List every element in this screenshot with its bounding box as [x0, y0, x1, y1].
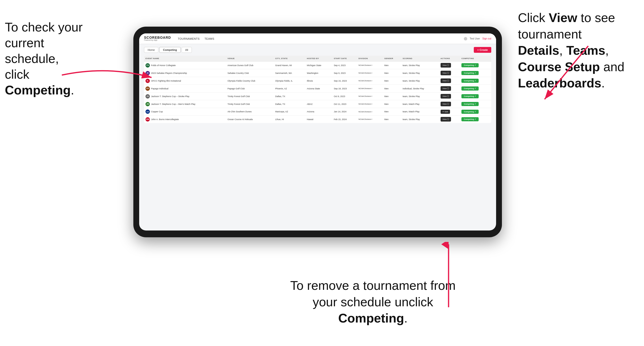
cell-scoring: team, Match Play [401, 108, 439, 116]
cell-start_date: Oct 9, 2023 [332, 93, 357, 100]
event-name-cell: W 2023 Sahalee Players Championship [144, 69, 226, 77]
cell-start_date: Jan 14, 2024 [332, 108, 357, 116]
cell-division: NCAA Division I [357, 85, 383, 93]
table-row: HW John A. Burns Intercollegiate Ocean C… [144, 116, 491, 123]
create-button[interactable]: + Create [474, 47, 491, 53]
competing-button[interactable]: Competing ✓ [462, 94, 479, 98]
actions-cell: View ⓘ [439, 61, 460, 69]
cell-gender: Men [383, 85, 401, 93]
view-button[interactable]: View ⓘ [440, 86, 451, 91]
actions-cell: View ⓘ [439, 69, 460, 77]
cell-venue: Sahalee Country Club [226, 69, 274, 77]
view-button[interactable]: View ⓘ [440, 94, 451, 99]
cell-scoring: team, Stroke Play [401, 93, 439, 100]
competing-cell: Competing ✓ [460, 93, 491, 100]
annotation-top-left: To check your current schedule, click Co… [5, 19, 97, 98]
competing-cell: Competing ✓ [460, 100, 491, 108]
competing-button[interactable]: Competing ✓ [462, 110, 479, 114]
actions-cell: View ⓘ [439, 100, 460, 108]
competing-button[interactable]: Competing ✓ [462, 71, 479, 75]
cell-hosted_by: Arizona [306, 108, 332, 116]
ann-tr-coursesetup: Course Setup [518, 60, 600, 74]
table-row: FS Folds of Honor Collegiate American Du… [144, 61, 491, 69]
view-button[interactable]: View ⓘ [440, 102, 451, 106]
user-icon [464, 37, 467, 40]
competing-button[interactable]: Competing ✓ [462, 79, 479, 83]
event-name-cell: IL OFCC Fighting Illini Invitational [144, 77, 226, 85]
cell-venue: Ocean Course At Hokuala [226, 116, 274, 123]
tab-all[interactable]: All [182, 47, 192, 53]
cell-hosted_by: ABAC [306, 100, 332, 108]
sign-out-link[interactable]: Sign out [482, 37, 491, 40]
nav-tournaments[interactable]: TOURNAMENTS [178, 37, 200, 40]
tab-home[interactable]: Home [144, 47, 158, 53]
actions-cell: View ⓘ [439, 77, 460, 85]
competing-button[interactable]: Competing ✓ [462, 102, 479, 106]
team-logo: FS [146, 63, 150, 68]
competing-button[interactable]: Competing ✓ [462, 86, 479, 91]
cell-city_state: Phoenix, AZ [274, 85, 306, 93]
event-name: Jackson T. Stephens Cup – Stroke Play [151, 95, 189, 98]
cell-venue: Olympia Fields Country Club [226, 77, 274, 85]
annotation-bottom: To remove a tournament from your schedul… [288, 278, 458, 327]
col-division: DIVISION [357, 56, 383, 61]
event-name-cell: PP Papago Individual [144, 85, 226, 93]
cell-scoring: team, Stroke Play [401, 69, 439, 77]
event-name: OFCC Fighting Illini Invitational [151, 80, 181, 82]
cell-venue: Ak-Chin Southern Dunes [226, 108, 274, 116]
actions-cell: View ⓘ [439, 116, 460, 123]
edit-button[interactable]: ✏ Edit [440, 110, 450, 114]
event-name-cell: HW John A. Burns Intercollegiate [144, 116, 226, 123]
content-area: Home Competing All + Create EVENT NAME V… [139, 44, 496, 230]
cell-city_state: Grand Haven, MI [274, 61, 306, 69]
view-button[interactable]: View ⓘ [440, 78, 451, 83]
ann-bottom-line1: To remove a tournament from [290, 278, 456, 293]
table-container: EVENT NAME VENUE CITY, STATE HOSTED BY S… [144, 56, 491, 228]
cell-hosted_by: Michigan State [306, 61, 332, 69]
ann-bottom-period: . [404, 311, 408, 325]
competing-cell: Competing ✓ [460, 61, 491, 69]
cell-gender: Men [383, 61, 401, 69]
event-name-cell: AZ Copper Cup [144, 108, 226, 116]
col-actions: ACTIONS [439, 56, 460, 61]
competing-cell: Competing ✓ [460, 116, 491, 123]
ann-tr-period: . [601, 76, 605, 90]
competing-button[interactable]: Competing ✓ [462, 63, 479, 67]
tab-competing[interactable]: Competing [159, 47, 180, 53]
nav-teams[interactable]: TEAMS [204, 37, 214, 40]
cell-gender: Men [383, 116, 401, 123]
ann-bottom-bold: Competing [338, 311, 404, 325]
cell-hosted_by: Arizona State [306, 85, 332, 93]
team-logo: HW [146, 117, 150, 122]
team-logo: IL [146, 79, 150, 83]
cell-start_date: Sep 18, 2023 [332, 85, 357, 93]
team-logo: AZ [146, 109, 150, 114]
nav-links: TOURNAMENTS TEAMS [178, 37, 464, 40]
cell-city_state: Lihue, HI [274, 116, 306, 123]
view-button[interactable]: View ⓘ [440, 71, 451, 75]
ann-tr-and: and [600, 60, 624, 74]
cell-gender: Men [383, 108, 401, 116]
cell-venue: Papago Golf Club [226, 85, 274, 93]
cell-gender: Men [383, 77, 401, 85]
cell-city_state: Maricopa, AZ [274, 108, 306, 116]
tabs-bar: Home Competing All + Create [144, 47, 491, 53]
cell-city_state: Olympia Fields, IL [274, 77, 306, 85]
competing-cell: Competing ✓ [460, 85, 491, 93]
tablet-screen: SCOREBOARD Powered by clippi TOURNAMENTS… [139, 33, 496, 230]
actions-cell: ✏ Edit [439, 108, 460, 116]
cell-hosted_by: Washington [306, 69, 332, 77]
view-button[interactable]: View ⓘ [440, 63, 451, 68]
cell-scoring: team, Match Play [401, 100, 439, 108]
cell-division: NCAA Division I [357, 93, 383, 100]
ann-tr-click: Click [518, 11, 549, 25]
logo-sub: Powered by clippi [144, 39, 171, 41]
competing-button[interactable]: Competing ✓ [462, 117, 479, 121]
event-name-cell: JM Jackson T. Stephens Cup – Men's Match… [144, 100, 226, 108]
annotation-tl-bold: Competing [5, 83, 71, 97]
cell-hosted_by: Hawaii [306, 116, 332, 123]
cell-gender: Men [383, 69, 401, 77]
cell-hosted_by [306, 93, 332, 100]
annotation-tl-line2: current schedule, [5, 36, 59, 66]
view-button[interactable]: View ⓘ [440, 117, 451, 122]
